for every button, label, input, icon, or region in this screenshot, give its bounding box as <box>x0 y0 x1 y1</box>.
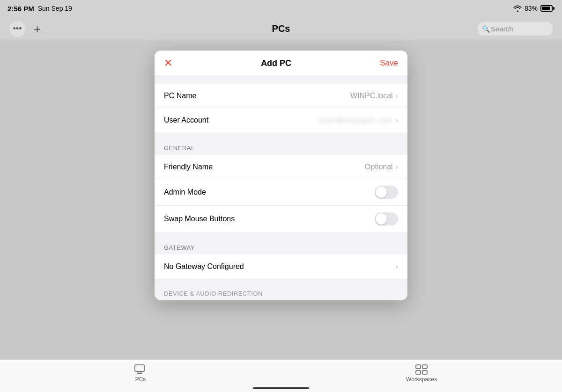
svg-rect-5 <box>422 365 427 369</box>
page-title: PCs <box>272 23 290 34</box>
close-button[interactable]: ✕ <box>164 58 172 68</box>
general-section-header: GENERAL <box>155 140 407 155</box>
pc-name-value: WINPC.local › <box>350 92 398 100</box>
gateway-chevron: › <box>396 262 398 271</box>
battery-icon <box>540 5 555 12</box>
modal-header: ✕ Add PC Save <box>155 51 407 76</box>
workspaces-icon <box>415 364 428 375</box>
dots-button[interactable]: ••• <box>9 21 25 37</box>
save-button[interactable]: Save <box>380 58 398 68</box>
svg-rect-6 <box>416 370 421 374</box>
pcs-icon <box>134 364 147 375</box>
general-section: Friendly Name Optional › Admin Mode Swap… <box>155 155 407 232</box>
admin-mode-thumb <box>376 187 387 198</box>
gateway-label: GATEWAY <box>164 244 195 251</box>
home-indicator <box>253 387 309 389</box>
bottom-spacer <box>155 279 407 286</box>
admin-mode-row: Admin Mode <box>155 179 407 206</box>
partial-label: DEVICE & AUDIO REDIRECTION <box>164 290 263 297</box>
gateway-value-label: No Gateway Configured <box>164 262 244 271</box>
add-button[interactable]: + <box>34 23 41 35</box>
top-spacer <box>155 76 407 84</box>
user-account-value: user@example.com › <box>319 116 398 124</box>
connection-section: PC Name WINPC.local › User Account user@… <box>155 84 407 132</box>
partial-section: DEVICE & AUDIO REDIRECTION <box>155 286 407 300</box>
gateway-row[interactable]: No Gateway Configured › <box>155 254 407 279</box>
tab-pcs-label: PCs <box>135 376 146 383</box>
modal-title: Add PC <box>261 58 291 68</box>
friendly-name-value: Optional › <box>365 163 398 171</box>
user-account-blurred: user@example.com <box>319 116 393 124</box>
gateway-section-header: GATEWAY <box>155 240 407 254</box>
svg-rect-4 <box>416 365 421 369</box>
pc-name-row[interactable]: PC Name WINPC.local › <box>155 84 407 108</box>
swap-mouse-toggle[interactable] <box>375 212 398 225</box>
pc-name-chevron: › <box>396 92 398 100</box>
admin-mode-toggle[interactable] <box>375 186 398 199</box>
svg-rect-0 <box>135 365 144 371</box>
swap-mouse-label: Swap Mouse Buttons <box>164 215 235 223</box>
search-icon: 🔍 <box>482 25 490 33</box>
main-content: ✕ Add PC Save PC Name WINPC.local › User… <box>0 41 562 359</box>
user-account-label: User Account <box>164 116 208 124</box>
header-bar: ••• + PCs 🔍 <box>0 17 562 41</box>
wifi-icon <box>513 5 522 12</box>
swap-mouse-thumb <box>376 213 387 225</box>
swap-mouse-row: Swap Mouse Buttons <box>155 206 407 232</box>
gateway-chevron-wrapper: › <box>396 262 398 271</box>
status-time: 2:56 PM <box>7 5 34 13</box>
admin-mode-label: Admin Mode <box>164 188 206 196</box>
tab-bar: PCs Workspaces <box>0 359 562 392</box>
battery-percent: 83% <box>525 5 538 12</box>
status-date: Sun Sep 19 <box>38 5 72 12</box>
pc-name-label: PC Name <box>164 92 196 100</box>
header-left: ••• + <box>9 21 41 37</box>
user-account-chevron: › <box>396 116 398 124</box>
friendly-name-label: Friendly Name <box>164 163 213 171</box>
friendly-name-chevron: › <box>396 163 398 171</box>
gateway-section: No Gateway Configured › <box>155 254 407 279</box>
tab-workspaces[interactable]: Workspaces <box>393 364 450 383</box>
friendly-name-row[interactable]: Friendly Name Optional › <box>155 155 407 179</box>
svg-rect-7 <box>422 370 427 374</box>
general-spacer <box>155 132 407 140</box>
search-container: 🔍 <box>478 22 553 36</box>
status-bar: 2:56 PM Sun Sep 19 83% <box>0 0 562 17</box>
user-account-row[interactable]: User Account user@example.com › <box>155 108 407 132</box>
gateway-spacer <box>155 232 407 240</box>
general-label: GENERAL <box>164 145 195 152</box>
tab-pcs[interactable]: PCs <box>112 364 169 383</box>
tab-workspaces-label: Workspaces <box>406 376 437 383</box>
status-icons: 83% <box>513 5 555 12</box>
add-pc-modal: ✕ Add PC Save PC Name WINPC.local › User… <box>155 51 407 300</box>
